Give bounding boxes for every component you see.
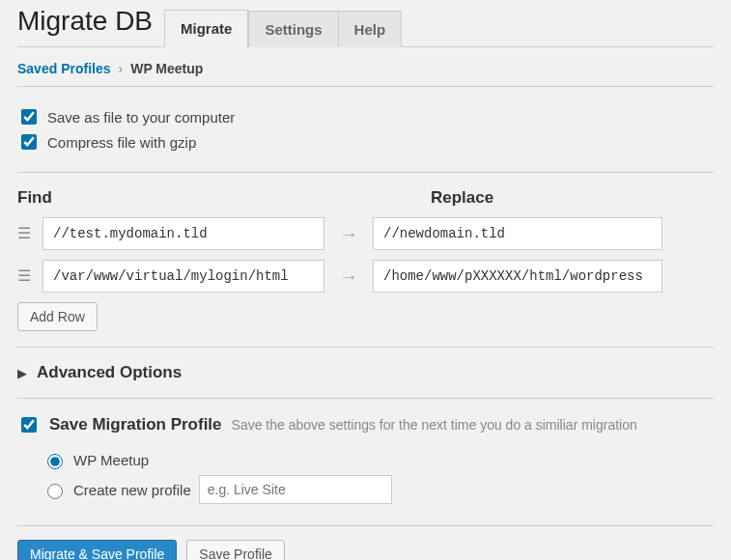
arrow-right-icon: →: [334, 266, 363, 288]
find-input-1[interactable]: [42, 217, 324, 250]
save-profile-title: Save Migration Profile: [49, 415, 222, 434]
replace-input-2[interactable]: [373, 260, 662, 293]
find-replace-row: ☰ →: [17, 217, 714, 250]
advanced-options-section: ▶ Advanced Options: [17, 347, 714, 398]
save-profile-desc: Save the above settings for the next tim…: [232, 417, 637, 433]
triangle-right-icon: ▶: [17, 366, 27, 380]
find-header: Find: [17, 188, 346, 208]
save-as-file-label: Save as file to your computer: [47, 109, 235, 126]
profile-new-label: Create new profile: [73, 482, 191, 498]
migrate-save-profile-button[interactable]: Migrate & Save Profile: [17, 540, 177, 560]
breadcrumb-root[interactable]: Saved Profiles: [17, 61, 111, 76]
arrow-right-icon: →: [334, 223, 363, 245]
header-row: Migrate DB Migrate Settings Help: [17, 0, 714, 47]
tab-settings[interactable]: Settings: [248, 11, 338, 47]
tab-help[interactable]: Help: [339, 11, 403, 47]
compress-gzip-label: Compress file with gzip: [47, 134, 196, 151]
drag-handle-icon[interactable]: ☰: [17, 226, 33, 241]
compress-gzip-checkbox[interactable]: [21, 134, 37, 150]
save-as-file-checkbox[interactable]: [21, 109, 37, 125]
advanced-options-title: Advanced Options: [37, 363, 182, 382]
page-title: Migrate DB: [17, 0, 153, 46]
action-buttons: Migrate & Save Profile Save Profile: [17, 525, 714, 560]
advanced-options-toggle[interactable]: ▶ Advanced Options: [17, 363, 714, 382]
profile-existing-radio[interactable]: [47, 454, 63, 469]
save-profile-checkbox[interactable]: [21, 417, 37, 433]
add-row-button[interactable]: Add Row: [17, 302, 98, 331]
drag-handle-icon[interactable]: ☰: [17, 268, 33, 284]
profile-new-radio[interactable]: [47, 484, 63, 499]
save-profile-button[interactable]: Save Profile: [186, 540, 284, 560]
output-options-section: Save as file to your computer Compress f…: [17, 86, 714, 172]
save-profile-section: Save Migration Profile Save the above se…: [17, 398, 714, 525]
find-replace-section: Find Replace ☰ → ☰ → Add Row: [17, 172, 714, 347]
find-input-2[interactable]: [42, 260, 324, 293]
new-profile-name-input[interactable]: [199, 475, 392, 504]
replace-header: Replace: [431, 188, 493, 208]
breadcrumb-current: WP Meetup: [130, 61, 203, 76]
profile-existing-label: WP Meetup: [73, 452, 149, 468]
breadcrumb: Saved Profiles › WP Meetup: [17, 47, 714, 86]
chevron-right-icon: ›: [119, 61, 124, 76]
replace-input-1[interactable]: [373, 217, 662, 250]
tab-migrate[interactable]: Migrate: [164, 10, 248, 47]
tabs: Migrate Settings Help: [164, 10, 402, 46]
find-replace-row: ☰ →: [17, 260, 714, 293]
